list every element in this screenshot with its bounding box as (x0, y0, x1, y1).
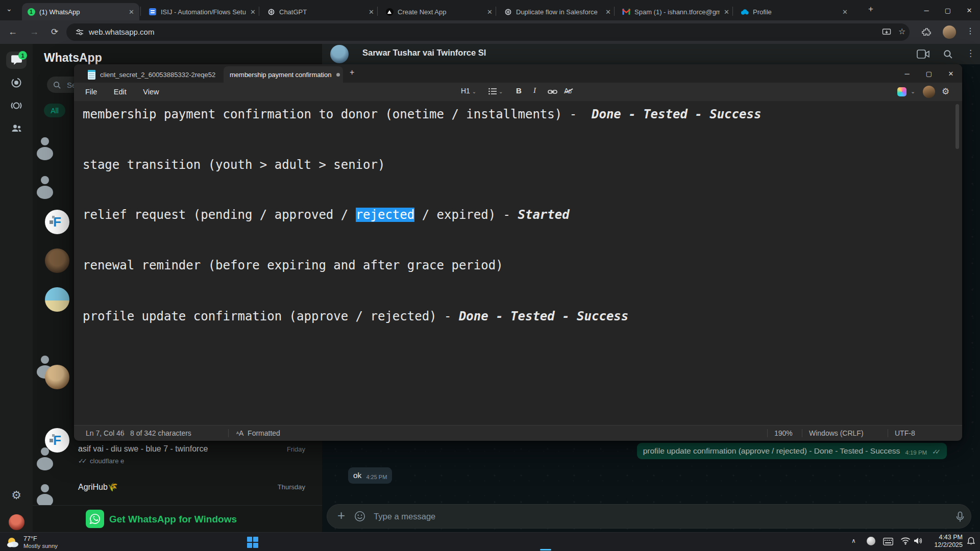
menu-view[interactable]: View (136, 83, 166, 101)
copilot-chevron-icon[interactable]: ⌄ (911, 88, 915, 95)
notepad-minimize-button[interactable]: ─ (896, 64, 918, 83)
notepad-editor[interactable]: membership payment confirmation to donor… (74, 101, 962, 425)
chat-avatar[interactable] (45, 248, 69, 273)
clear-formatting-button[interactable]: Ab (564, 87, 572, 95)
channels-icon[interactable] (0, 99, 33, 112)
window-close-button[interactable]: ✕ (959, 0, 980, 20)
chat-list-item[interactable]: asif vai - diu swe - blue 7 - twinforce … (33, 440, 322, 477)
notepad-tab-client-secret[interactable]: client_secret_2_60053885332-2reqe52rribc (82, 66, 222, 83)
chats-icon[interactable]: 1 (0, 54, 33, 66)
link-button[interactable] (548, 88, 557, 95)
chat-search-icon[interactable] (943, 49, 952, 59)
notepad-close-button[interactable]: ✕ (940, 64, 962, 83)
chat-avatar[interactable] (45, 287, 69, 312)
bookmark-star-icon[interactable]: ☆ (898, 27, 905, 36)
address-bar[interactable]: web.whatsapp.com ☆ (66, 23, 910, 41)
status-icon[interactable] (0, 77, 33, 89)
notepad-file-icon (88, 70, 95, 80)
back-button[interactable]: ← (8, 27, 17, 37)
statusbar-separator (122, 429, 123, 437)
tab-create-next-app[interactable]: Create Next App ✕ (380, 3, 498, 20)
browser-menu-icon[interactable]: ⋮ (966, 26, 974, 36)
tab-duplicate-flow[interactable]: Duplicate flow in Salesforce ✕ (499, 3, 616, 20)
tab-close-icon[interactable]: ✕ (724, 8, 729, 16)
notepad-account-avatar[interactable] (923, 86, 935, 98)
tab-close-icon[interactable]: ✕ (129, 8, 134, 16)
incoming-message-bubble[interactable]: ok 4:25 PM (348, 467, 392, 484)
tab-close-icon[interactable]: ✕ (487, 8, 493, 16)
menu-file[interactable]: File (78, 83, 104, 101)
chat-name: AgriHub🌾 (78, 482, 118, 492)
touch-keyboard-icon[interactable] (883, 538, 893, 547)
volume-icon[interactable] (914, 537, 923, 547)
tray-clock[interactable]: 4:43 PM 12/2/2025 (929, 534, 963, 549)
chat-time: Thursday (278, 483, 305, 491)
notepad-tab-membership[interactable]: membership payment confirmation (224, 66, 343, 83)
filter-all-pill[interactable]: All (44, 104, 65, 117)
window-maximize-button[interactable]: ▢ (937, 0, 959, 20)
tab-search-chevron-icon[interactable]: ⌄ (6, 5, 12, 13)
chatgpt-favicon (267, 8, 275, 16)
reload-button[interactable]: ⟳ (51, 27, 58, 37)
tab-isij[interactable]: ISIJ - Automation/Flows Setup - ✕ (143, 3, 261, 20)
chatgpt-favicon (504, 8, 512, 16)
message-composer[interactable]: + (327, 504, 971, 529)
copilot-icon[interactable] (897, 87, 906, 96)
start-button[interactable] (247, 537, 258, 548)
tray-app-icon[interactable] (867, 537, 875, 545)
tab-gmail-spam[interactable]: Spam (1) - ishann.tforce@gmai ✕ (617, 3, 734, 20)
browser-profile-avatar[interactable] (943, 26, 956, 39)
settings-gear-icon[interactable]: ⚙ (0, 489, 33, 502)
bold-button[interactable]: B (516, 86, 522, 95)
mic-icon[interactable] (955, 511, 965, 522)
line-endings[interactable]: Windows (CRLF) (809, 425, 864, 441)
encoding[interactable]: UTF-8 (895, 425, 915, 441)
chat-header-avatar[interactable] (330, 45, 349, 63)
tab-chatgpt[interactable]: ChatGPT ✕ (262, 3, 379, 20)
tab-close-icon[interactable]: ✕ (842, 8, 848, 16)
notepad-new-tab-button[interactable]: + (350, 68, 354, 77)
menu-edit[interactable]: Edit (107, 83, 134, 101)
notepad-settings-gear-icon[interactable]: ⚙ (942, 86, 949, 97)
notepad-maximize-button[interactable]: ▢ (918, 64, 940, 83)
chat-avatar[interactable] (45, 365, 69, 389)
wifi-icon[interactable] (900, 537, 911, 547)
tab-close-icon[interactable]: ✕ (605, 8, 611, 16)
chat-list-item[interactable]: AgriHub🌾 Thursday (33, 477, 322, 505)
zoom-level[interactable]: 190% (774, 425, 793, 441)
tab-close-icon[interactable]: ✕ (369, 8, 374, 16)
attach-plus-icon[interactable]: + (337, 508, 345, 523)
site-settings-icon[interactable] (76, 28, 84, 36)
chat-menu-icon[interactable]: ⋮ (966, 48, 975, 59)
outgoing-message-bubble[interactable]: profile update confirmation (approve / r… (637, 443, 947, 459)
tab-title: (1) WhatsApp (39, 8, 125, 16)
weather-temp[interactable]: 77°F (23, 535, 37, 542)
italic-button[interactable]: I (533, 86, 536, 95)
emoji-icon[interactable] (354, 511, 365, 522)
editor-line: profile update confirmation (approve / r… (83, 308, 628, 325)
profile-avatar[interactable] (9, 514, 24, 530)
list-style-button[interactable]: ⌄ (488, 87, 503, 95)
weather-icon[interactable] (6, 536, 19, 549)
video-call-icon[interactable] (917, 49, 930, 59)
notification-bell-icon[interactable] (967, 537, 975, 547)
weather-condition[interactable]: Mostly sunny (23, 543, 58, 549)
tab-whatsapp[interactable]: 1 (1) WhatsApp ✕ (22, 3, 139, 20)
message-input[interactable] (373, 511, 834, 522)
chat-avatar[interactable]: F (45, 210, 69, 234)
url-text[interactable]: web.whatsapp.com (89, 28, 154, 36)
tab-profile[interactable]: Profile ✕ (736, 3, 853, 20)
get-whatsapp-banner[interactable]: Get WhatsApp for Windows (33, 505, 322, 533)
tray-chevron-icon[interactable]: ∧ (851, 537, 856, 544)
forward-button[interactable]: → (30, 27, 39, 37)
install-app-icon[interactable] (882, 28, 891, 37)
new-tab-button[interactable]: + (868, 4, 873, 14)
tab-close-icon[interactable]: ✕ (250, 8, 256, 16)
window-minimize-button[interactable]: ─ (916, 0, 937, 20)
communities-icon[interactable] (0, 122, 33, 134)
editor-scrollbar[interactable] (955, 104, 959, 149)
heading-style-button[interactable]: H1 ⌄ (461, 87, 476, 95)
chat-header-name[interactable]: Sarwar Tushar vai Twinforce Sl (362, 48, 486, 58)
extensions-icon[interactable] (922, 28, 932, 37)
chat-header[interactable]: Sarwar Tushar vai Twinforce Sl ⋮ (322, 44, 980, 64)
